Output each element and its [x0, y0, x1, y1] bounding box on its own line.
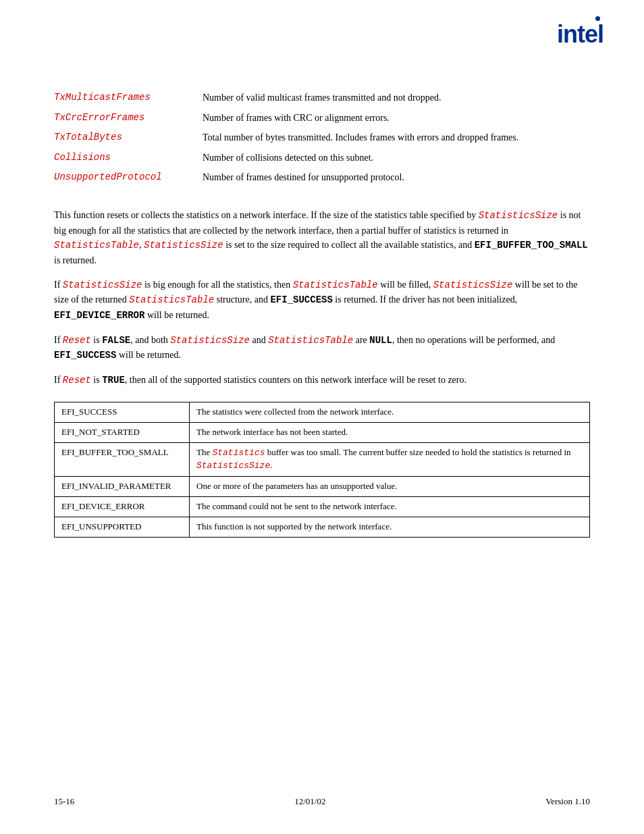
status-desc-device-error: The command could not be sent to the net… [190, 497, 590, 517]
status-code-invalid-param: EFI_INVALID_PARAMETER [55, 477, 190, 497]
def-desc-unsupported: Number of frames destined for unsupporte… [203, 167, 590, 188]
def-row-collisions: Collisions Number of collisions detected… [54, 148, 590, 168]
inline-statisticstable-1: StatisticsTable [54, 240, 139, 251]
inline-efi-success-2: EFI_SUCCESS [54, 350, 116, 361]
status-row-invalid-param: EFI_INVALID_PARAMETER One or more of the… [55, 477, 590, 497]
status-row-device-error: EFI_DEVICE_ERROR The command could not b… [55, 497, 590, 517]
status-row-unsupported: EFI_UNSUPPORTED This function is not sup… [55, 517, 590, 537]
inline-statisticssize-5: StatisticsSize [170, 335, 250, 346]
paragraph-2: If StatisticsSize is big enough for all … [54, 278, 590, 323]
inline-efi-success-1: EFI_SUCCESS [270, 294, 332, 305]
inline-statisticstable-4: StatisticsTable [268, 335, 353, 346]
def-row-txtotalbytes: TxTotalBytes Total number of bytes trans… [54, 128, 590, 148]
def-term-txmulticast: TxMulticastFrames [54, 88, 203, 108]
status-row-success: EFI_SUCCESS The statistics were collecte… [55, 402, 590, 422]
def-term-collisions: Collisions [54, 148, 203, 168]
inline-statistics-buf: Statistics [212, 448, 265, 458]
status-desc-invalid-param: One or more of the parameters has an uns… [190, 477, 590, 497]
inline-null: NULL [369, 335, 392, 346]
inline-statisticssize-3: StatisticsSize [63, 280, 142, 290]
status-code-device-error: EFI_DEVICE_ERROR [55, 497, 190, 517]
status-row-buffer-too-small: EFI_BUFFER_TOO_SMALL The Statistics buff… [55, 442, 590, 477]
def-desc-txtotalbytes: Total number of bytes transmitted. Inclu… [203, 128, 590, 148]
inline-statisticssize-1: StatisticsSize [479, 210, 558, 221]
footer: 15-16 12/01/02 Version 1.10 [54, 796, 590, 807]
intel-logo: intel [557, 20, 603, 49]
status-desc-not-started: The network interface has not been start… [190, 422, 590, 442]
def-term-unsupported: UnsupportedProtocol [54, 167, 203, 188]
content-section: This function resets or collects the sta… [54, 208, 590, 388]
inline-statisticstable-3: StatisticsTable [129, 294, 214, 305]
status-code-success: EFI_SUCCESS [55, 402, 190, 422]
inline-efi-device-error-1: EFI_DEVICE_ERROR [54, 310, 144, 321]
def-desc-txcrcerror: Number of frames with CRC or alignment e… [203, 108, 590, 128]
def-term-txtotalbytes: TxTotalBytes [54, 128, 203, 148]
status-row-not-started: EFI_NOT_STARTED The network interface ha… [55, 422, 590, 442]
inline-reset-2: Reset [63, 375, 91, 386]
page: intel TxMulticastFrames Number of valid … [0, 0, 644, 834]
footer-date: 12/01/02 [294, 796, 325, 807]
status-code-not-started: EFI_NOT_STARTED [55, 422, 190, 442]
def-desc-txmulticast: Number of valid multicast frames transmi… [203, 88, 590, 108]
paragraph-4: If Reset is TRUE, then all of the suppor… [54, 373, 590, 388]
status-desc-buffer-too-small: The Statistics buffer was too small. The… [190, 442, 590, 477]
status-desc-success: The statistics were collected from the n… [190, 402, 590, 422]
inline-statisticssize-6: StatisticsSize [196, 461, 270, 471]
definition-table: TxMulticastFrames Number of valid multic… [54, 88, 590, 188]
status-desc-unsupported: This function is not supported by the ne… [190, 517, 590, 537]
def-desc-collisions: Number of collisions detected on this su… [203, 148, 590, 168]
inline-reset-1: Reset [63, 335, 91, 346]
paragraph-1: This function resets or collects the sta… [54, 208, 590, 268]
footer-page-number: 15-16 [54, 796, 74, 807]
footer-version: Version 1.10 [545, 796, 590, 807]
inline-efi-buffer-too-small-1: EFI_BUFFER_TOO_SMALL [475, 240, 588, 251]
status-table: EFI_SUCCESS The statistics were collecte… [54, 402, 590, 538]
inline-statisticstable-2: StatisticsTable [293, 280, 378, 290]
inline-true: TRUE [102, 375, 125, 386]
status-code-unsupported: EFI_UNSUPPORTED [55, 517, 190, 537]
def-row-txcrcerror: TxCrcErrorFrames Number of frames with C… [54, 108, 590, 128]
def-row-unsupported: UnsupportedProtocol Number of frames des… [54, 167, 590, 188]
status-code-buffer-too-small: EFI_BUFFER_TOO_SMALL [55, 442, 190, 477]
def-term-txcrcerror: TxCrcErrorFrames [54, 108, 203, 128]
def-row-txmulticast: TxMulticastFrames Number of valid multic… [54, 88, 590, 108]
paragraph-3: If Reset is FALSE, and both StatisticsSi… [54, 333, 590, 363]
inline-statisticssize-4: StatisticsSize [433, 280, 513, 290]
inline-statisticssize-2: StatisticsSize [144, 240, 223, 251]
inline-false: FALSE [102, 335, 130, 346]
